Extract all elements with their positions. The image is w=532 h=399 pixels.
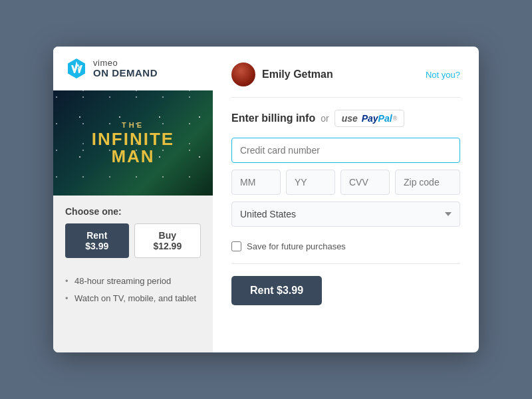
- movie-title: THE INFINITE MAN: [92, 121, 174, 165]
- movie-poster: THE INFINITE MAN: [53, 90, 213, 196]
- paypal-text: use PayPal: [342, 113, 392, 124]
- paypal-button[interactable]: use PayPal ®: [334, 110, 405, 127]
- mm-input[interactable]: [231, 170, 281, 195]
- modal-container: vimeo ON DEMAND THE INFINITE MAN Choose …: [53, 47, 479, 352]
- paypal-pay-label: Pay: [362, 113, 378, 124]
- feature-item-2: Watch on TV, mobile, and tablet: [65, 293, 201, 305]
- movie-title-line1: INFINITE: [92, 130, 174, 148]
- user-name: Emily Getman: [262, 68, 333, 80]
- vimeo-logo-icon: [65, 57, 88, 80]
- yy-input[interactable]: [286, 170, 335, 195]
- form-divider: [231, 263, 460, 264]
- option-buttons: Rent $3.99 Buy $12.99: [65, 223, 201, 258]
- right-panel: Emily Getman Not you? Enter billing info…: [213, 47, 479, 352]
- billing-header: Enter billing info or use PayPal ®: [231, 110, 460, 127]
- country-select[interactable]: United States Canada United Kingdom Aust…: [231, 201, 460, 227]
- logo-text: vimeo ON DEMAND: [93, 59, 158, 79]
- paypal-use-label: use: [342, 113, 358, 124]
- choose-label: Choose one:: [65, 206, 201, 217]
- billing-or: or: [321, 113, 329, 124]
- save-label[interactable]: Save for future purchases: [247, 241, 346, 251]
- credit-card-input[interactable]: [231, 138, 460, 163]
- user-info: Emily Getman: [231, 63, 333, 86]
- logo-ondemand-label: ON DEMAND: [93, 68, 158, 79]
- cvv-input[interactable]: [340, 170, 390, 195]
- billing-title: Enter billing info: [231, 112, 315, 124]
- buy-button[interactable]: Buy $12.99: [134, 223, 201, 258]
- movie-title-line2: MAN: [92, 148, 174, 165]
- features-list: 48-hour streaming period Watch on TV, mo…: [53, 269, 213, 321]
- not-you-link[interactable]: Not you?: [426, 70, 460, 80]
- user-row: Emily Getman Not you?: [231, 63, 460, 98]
- rent-button[interactable]: Rent $3.99: [65, 223, 129, 258]
- feature-item-1: 48-hour streaming period: [65, 275, 201, 287]
- avatar: [231, 63, 255, 86]
- movie-the: THE: [92, 121, 174, 129]
- card-details-row: [231, 170, 460, 195]
- credit-card-group: [231, 138, 460, 163]
- logo-area: vimeo ON DEMAND: [53, 47, 213, 90]
- logo-vimeo-label: vimeo: [93, 59, 158, 68]
- save-checkbox[interactable]: [231, 241, 241, 251]
- save-checkbox-row: Save for future purchases: [231, 241, 460, 251]
- paypal-pal-label: Pal: [378, 113, 392, 124]
- country-group: United States Canada United Kingdom Aust…: [231, 201, 460, 227]
- submit-button[interactable]: Rent $3.99: [231, 276, 322, 305]
- left-panel: vimeo ON DEMAND THE INFINITE MAN Choose …: [53, 47, 213, 352]
- zip-input[interactable]: [395, 170, 460, 195]
- choose-area: Choose one: Rent $3.99 Buy $12.99: [53, 196, 213, 269]
